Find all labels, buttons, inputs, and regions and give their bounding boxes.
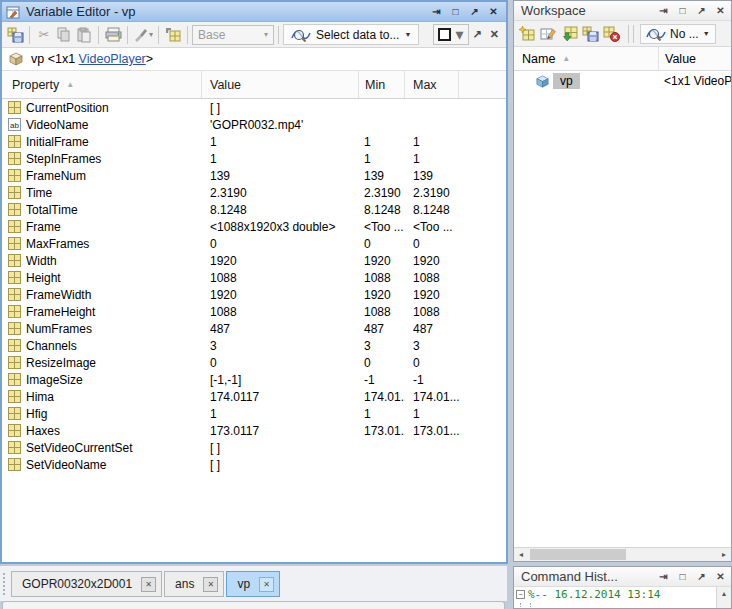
scrollbar-thumb[interactable] <box>530 549 626 560</box>
property-row[interactable]: ResizeImage000 <box>2 354 506 371</box>
property-row[interactable]: Haxes173.0117173.01...173.01... <box>2 422 506 439</box>
select-data-to-plot-dropdown[interactable]: Select data to... ▼ <box>283 24 419 45</box>
property-row[interactable]: NumFrames487487487 <box>2 320 506 337</box>
table-icon <box>2 373 26 386</box>
document-tab-vp[interactable]: vp✕ <box>226 571 280 597</box>
toolbar-separator <box>187 26 188 44</box>
property-row[interactable]: Time2.31902.31902.3190 <box>2 184 506 201</box>
close-icon[interactable]: ✕ <box>712 3 729 18</box>
maximize-icon[interactable]: □ <box>447 4 464 19</box>
column-header-max[interactable]: Max <box>405 71 459 98</box>
dock-icon[interactable]: ⇥ <box>428 4 445 19</box>
tabbar-drag-handle[interactable] <box>3 573 5 595</box>
delete-variable-button[interactable] <box>601 24 622 44</box>
property-value: 1088 <box>202 305 359 319</box>
property-row[interactable]: Width192019201920 <box>2 252 506 269</box>
property-max: -1 <box>405 373 459 387</box>
variable-value: <1x1 VideoPl <box>664 74 731 88</box>
border-swatch <box>438 28 451 41</box>
workspace-variable-list: vp<1x1 VideoPl <box>514 71 731 547</box>
property-value: 'GOPR0032.mp4' <box>202 118 359 132</box>
dock-icon[interactable]: ⇥ <box>655 3 672 18</box>
maximize-icon[interactable]: □ <box>674 3 691 18</box>
close-icon[interactable]: ✕ <box>486 28 503 41</box>
property-min: 1 <box>359 407 405 421</box>
property-row[interactable]: StepInFrames111 <box>2 150 506 167</box>
property-row[interactable]: InitialFrame111 <box>2 133 506 150</box>
scroll-up-icon[interactable]: ▴ <box>717 587 731 600</box>
tab-close-icon[interactable]: ✕ <box>203 577 218 592</box>
table-icon <box>2 390 26 403</box>
save-workspace-button[interactable] <box>580 24 601 44</box>
property-row[interactable]: SetVideoCurrentSet[ ] <box>2 439 506 456</box>
open-variable-button[interactable] <box>538 24 559 44</box>
object-summary-suffix: > <box>146 52 153 66</box>
property-row[interactable]: Height108810881088 <box>2 269 506 286</box>
save-button[interactable] <box>5 25 25 45</box>
close-icon[interactable]: ✕ <box>485 4 502 19</box>
document-tab-GOPR00320x2D001[interactable]: GOPR00320x2D001✕ <box>11 571 162 597</box>
property-row[interactable]: ImageSize[-1,-1]-1-1 <box>2 371 506 388</box>
column-header-min[interactable]: Min <box>359 71 405 98</box>
paste-button[interactable] <box>74 25 94 45</box>
new-from-selection-button[interactable] <box>163 25 183 45</box>
property-value: 0 <box>202 237 359 251</box>
undock-icon[interactable]: ↗ <box>466 4 483 19</box>
brush-button[interactable]: ▾ <box>132 25 154 45</box>
cut-button[interactable]: ✂ <box>34 25 54 45</box>
scroll-right-icon[interactable]: ▸ <box>717 548 731 562</box>
undock-icon[interactable]: ↗ <box>469 28 486 41</box>
property-row[interactable]: FrameHeight108810881088 <box>2 303 506 320</box>
border-style-select[interactable]: ▾ <box>433 24 469 45</box>
property-row[interactable]: abVideoName'GOPR0032.mp4' <box>2 116 506 133</box>
dock-icon[interactable]: ⇥ <box>655 569 672 584</box>
property-value: 173.0117 <box>202 424 359 438</box>
new-variable-button[interactable] <box>517 24 538 44</box>
property-row[interactable]: Hima174.0117174.01...174.01... <box>2 388 506 405</box>
property-row[interactable]: CurrentPosition[ ] <box>2 99 506 116</box>
property-row[interactable]: SetVideoName[ ] <box>2 456 506 473</box>
column-header-property[interactable]: Property ▲ <box>2 71 202 98</box>
vertical-scrollbar[interactable]: ▴ <box>716 587 731 608</box>
property-row[interactable]: TotalTime8.12488.12488.1248 <box>2 201 506 218</box>
property-row[interactable]: FrameNum139139139 <box>2 167 506 184</box>
property-row[interactable]: Channels333 <box>2 337 506 354</box>
workspace-variable-row[interactable]: vp<1x1 VideoPl <box>514 71 731 91</box>
workspace-panel: Workspace ⇥ □ ↗ ✕ <box>513 0 732 562</box>
undock-icon[interactable]: ↗ <box>693 569 710 584</box>
chevron-down-icon: ▾ <box>149 30 153 39</box>
import-data-button[interactable] <box>559 24 580 44</box>
document-tab-ans[interactable]: ans✕ <box>164 571 224 597</box>
tab-close-icon[interactable]: ✕ <box>141 577 156 592</box>
property-row[interactable]: Frame<1088x1920x3 double><Too ...<Too ..… <box>2 218 506 235</box>
property-row[interactable]: Hfig111 <box>2 405 506 422</box>
videoplayer-class-link[interactable]: VideoPlayer <box>79 52 146 66</box>
tree-collapse-icon[interactable]: − <box>516 590 525 599</box>
history-entry[interactable]: −%-- 16.12.2014 13:14 <box>514 588 716 601</box>
print-button[interactable] <box>103 25 123 45</box>
column-header-value[interactable]: Value <box>202 71 359 98</box>
scroll-left-icon[interactable]: ◂ <box>514 548 528 562</box>
property-row[interactable]: FrameWidth192019201920 <box>2 286 506 303</box>
copy-button[interactable] <box>54 25 74 45</box>
property-max: 1 <box>405 135 459 149</box>
property-min: 1920 <box>359 254 405 268</box>
object-cube-icon <box>535 74 550 89</box>
column-header-name[interactable]: Name ▲ <box>514 47 659 70</box>
property-name: FrameNum <box>26 169 202 183</box>
undock-icon[interactable]: ↗ <box>693 3 710 18</box>
command-history-list: −%-- 16.12.2014 13:14 <box>514 587 716 608</box>
horizontal-scrollbar[interactable]: ◂ ▸ <box>514 547 731 561</box>
property-max: <Too ... <box>405 220 459 234</box>
close-icon[interactable]: ✕ <box>712 569 729 584</box>
property-row[interactable]: MaxFrames000 <box>2 235 506 252</box>
property-value: [ ] <box>202 458 359 472</box>
tab-close-icon[interactable]: ✕ <box>259 577 274 592</box>
column-header-value[interactable]: Value <box>659 47 731 70</box>
table-icon <box>2 322 26 335</box>
maximize-icon[interactable]: □ <box>674 569 691 584</box>
property-table-header: Property ▲ Value Min Max <box>2 70 506 99</box>
workspace-plot-selector[interactable]: No ... ▼ <box>640 24 716 44</box>
scrollbar-track[interactable] <box>528 548 717 561</box>
stack-context-select[interactable]: Base ▾ <box>192 25 274 45</box>
